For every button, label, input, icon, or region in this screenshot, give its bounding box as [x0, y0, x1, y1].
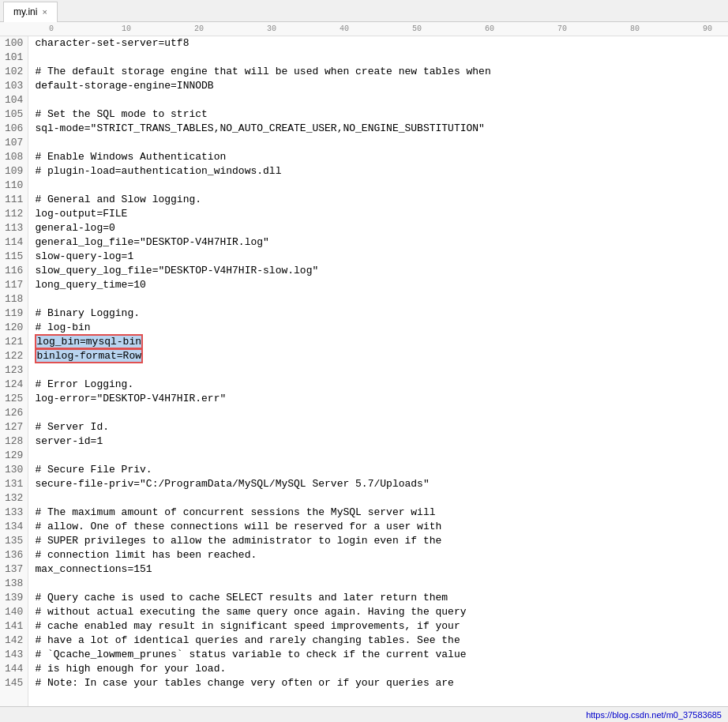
- code-line: [35, 93, 722, 107]
- code-line: # The default storage engine that will b…: [35, 65, 722, 79]
- ruler-mark-50: 50: [412, 24, 485, 33]
- status-url: https://blog.csdn.net/m0_37583685: [586, 710, 722, 720]
- code-line: # have a lot of identical queries and ra…: [35, 634, 722, 648]
- code-line: max_connections=151: [35, 562, 722, 577]
- line-number: 109: [5, 164, 23, 179]
- code-line: # connection limit has been reached.: [35, 548, 722, 562]
- line-number: 103: [5, 79, 23, 93]
- line-number: 136: [5, 548, 23, 562]
- code-line: # plugin-load=authentication_windows.dll: [35, 164, 722, 179]
- line-number: 142: [5, 634, 23, 648]
- code-line: [35, 577, 722, 591]
- line-number: 106: [5, 122, 23, 136]
- code-line: [35, 491, 722, 506]
- code-line: [35, 449, 722, 463]
- code-line: slow-query-log=1: [35, 250, 722, 264]
- code-content[interactable]: character-set-server=utf8 # The default …: [28, 36, 728, 706]
- code-line: [35, 406, 722, 420]
- line-number: 105: [5, 107, 23, 122]
- line-number: 143: [5, 648, 23, 662]
- ruler-marks: 0 10 20 30 40 50 60 70 80 90: [49, 24, 728, 33]
- line-number: 145: [5, 676, 23, 690]
- code-line: [35, 136, 722, 150]
- code-line: [35, 51, 722, 65]
- code-line: [35, 179, 722, 193]
- code-line: # Error Logging.: [35, 378, 722, 392]
- code-line: general_log_file="DESKTOP-V4H7HIR.log": [35, 235, 722, 250]
- title-bar: my.ini ×: [0, 0, 728, 22]
- line-number: 102: [5, 65, 23, 79]
- line-number: 139: [5, 591, 23, 605]
- selected-text: binlog-format=Row: [35, 348, 143, 363]
- code-line: character-set-server=utf8: [35, 36, 722, 51]
- code-line: # `Qcache_lowmem_prunes` status variable…: [35, 648, 722, 662]
- tab-label: my.ini: [13, 6, 37, 17]
- line-number: 127: [5, 420, 23, 434]
- line-number: 123: [5, 363, 23, 378]
- line-numbers: 1001011021031041051061071081091101111121…: [0, 36, 28, 706]
- line-number: 125: [5, 392, 23, 406]
- editor-area[interactable]: 1001011021031041051061071081091101111121…: [0, 36, 728, 706]
- code-line: secure-file-priv="C:/ProgramData/MySQL/M…: [35, 477, 722, 491]
- code-line: slow_query_log_file="DESKTOP-V4H7HIR-slo…: [35, 264, 722, 278]
- line-number: 138: [5, 577, 23, 591]
- line-number: 133: [5, 506, 23, 520]
- ruler-mark-0: 0: [49, 24, 122, 33]
- line-number: 119: [5, 306, 23, 321]
- code-line: # Secure File Priv.: [35, 463, 722, 477]
- code-line: log-error="DESKTOP-V4H7HIR.err": [35, 392, 722, 406]
- status-bar: https://blog.csdn.net/m0_37583685: [0, 706, 728, 722]
- code-line: [35, 363, 722, 378]
- code-line: [35, 292, 722, 306]
- line-number: 128: [5, 434, 23, 449]
- code-line: # Note: In case your tables change very …: [35, 676, 722, 690]
- line-number: 129: [5, 449, 23, 463]
- code-line: # Server Id.: [35, 420, 722, 434]
- line-number: 132: [5, 491, 23, 506]
- code-line: sql-mode="STRICT_TRANS_TABLES,NO_AUTO_CR…: [35, 122, 722, 136]
- code-line: # General and Slow logging.: [35, 193, 722, 207]
- tab-close-button[interactable]: ×: [42, 7, 47, 17]
- code-line: # Query cache is used to cache SELECT re…: [35, 591, 722, 605]
- line-number: 124: [5, 378, 23, 392]
- line-number: 116: [5, 264, 23, 278]
- line-number: 134: [5, 520, 23, 534]
- line-number: 104: [5, 93, 23, 107]
- code-line: binlog-format=Row: [35, 349, 722, 363]
- code-line: # without actual executing the same quer…: [35, 605, 722, 619]
- line-number: 107: [5, 136, 23, 150]
- line-number: 115: [5, 250, 23, 264]
- code-line: log_bin=mysql-bin: [35, 335, 722, 349]
- line-number: 141: [5, 619, 23, 634]
- line-number: 122: [5, 349, 23, 363]
- code-line: general-log=0: [35, 221, 722, 235]
- code-line: # cache enabled may result in significan…: [35, 619, 722, 634]
- ruler-mark-70: 70: [557, 24, 630, 33]
- line-number: 108: [5, 150, 23, 164]
- code-line: default-storage-engine=INNODB: [35, 79, 722, 93]
- line-number: 121: [5, 335, 23, 349]
- line-number: 126: [5, 406, 23, 420]
- line-number: 101: [5, 51, 23, 65]
- line-number: 120: [5, 321, 23, 335]
- ruler-mark-30: 30: [267, 24, 340, 33]
- file-tab[interactable]: my.ini ×: [3, 2, 58, 22]
- code-line: long_query_time=10: [35, 278, 722, 292]
- line-number: 112: [5, 207, 23, 221]
- line-number: 144: [5, 662, 23, 676]
- ruler-mark-40: 40: [340, 24, 412, 33]
- ruler-mark-60: 60: [485, 24, 557, 33]
- line-number: 118: [5, 292, 23, 306]
- code-line: # Set the SQL mode to strict: [35, 107, 722, 122]
- line-number: 117: [5, 278, 23, 292]
- ruler-mark-80: 80: [630, 24, 703, 33]
- code-line: server-id=1: [35, 434, 722, 449]
- line-number: 100: [5, 36, 23, 51]
- ruler-mark-20: 20: [194, 24, 267, 33]
- main-window: my.ini × 0 10 20 30 40 50 60 70 80 90 10…: [0, 0, 728, 722]
- code-line: log-output=FILE: [35, 207, 722, 221]
- selected-text: log_bin=mysql-bin: [35, 334, 143, 349]
- line-number: 131: [5, 477, 23, 491]
- code-line: # SUPER privileges to allow the administ…: [35, 534, 722, 548]
- ruler: 0 10 20 30 40 50 60 70 80 90: [0, 22, 728, 36]
